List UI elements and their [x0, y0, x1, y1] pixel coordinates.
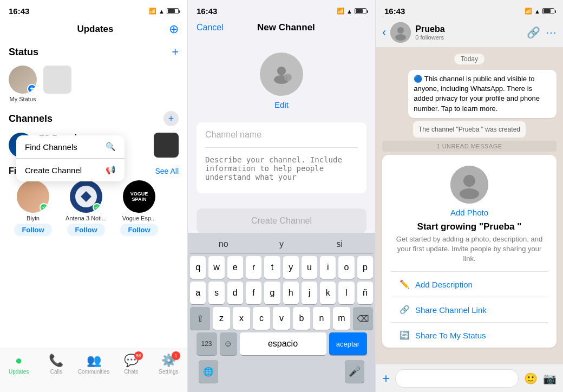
- key-globe[interactable]: 🌐: [199, 360, 218, 383]
- new-channel-title: New Channel: [257, 22, 315, 33]
- biyin-follow-button[interactable]: Follow: [14, 224, 51, 236]
- suggestion-si[interactable]: si: [311, 239, 369, 249]
- add-channel-button[interactable]: +: [163, 111, 179, 126]
- key-k[interactable]: k: [320, 282, 336, 304]
- channel-form: [197, 122, 366, 193]
- suggestion-no[interactable]: no: [194, 239, 252, 249]
- key-f[interactable]: f: [246, 282, 261, 304]
- prueba-channel-avatar: [390, 22, 411, 43]
- followers-count: 0 followers: [415, 34, 522, 41]
- wifi-icon: ▲: [159, 8, 165, 15]
- share-to-status-button[interactable]: 🔄 Share To My Status: [391, 322, 548, 348]
- svg-point-6: [397, 27, 404, 34]
- time-3: 16:43: [384, 6, 405, 16]
- add-status-button[interactable]: +: [172, 45, 179, 59]
- key-z[interactable]: z: [213, 307, 230, 330]
- key-c[interactable]: c: [253, 307, 270, 330]
- channels-label: Channels: [9, 113, 53, 125]
- key-y[interactable]: y: [283, 256, 299, 279]
- biyin-name: Biyin: [27, 215, 40, 221]
- key-u[interactable]: u: [302, 256, 317, 279]
- verified-badge: ✓: [40, 203, 48, 212]
- svg-point-9: [463, 175, 475, 187]
- key-backspace[interactable]: ⌫: [353, 307, 373, 330]
- battery-icon-3: [542, 8, 554, 14]
- key-x[interactable]: x: [233, 307, 250, 330]
- svg-point-7: [395, 34, 406, 41]
- nav-settings[interactable]: ⚙️ 1 Settings: [150, 354, 187, 375]
- edit-channel-icon-link[interactable]: Edit: [274, 100, 289, 109]
- nav-communities-label: Communities: [78, 369, 109, 375]
- key-h[interactable]: h: [283, 282, 299, 304]
- chat-area: Today 🔵 This channel is public and visib…: [376, 47, 563, 364]
- key-j[interactable]: j: [302, 282, 317, 304]
- create-channel-menu-item[interactable]: Create Channel 📢: [16, 159, 125, 181]
- key-ñ[interactable]: ñ: [357, 282, 373, 304]
- share-channel-link-button[interactable]: 🔗 Share Channel Link: [391, 297, 548, 322]
- channel-more-button[interactable]: ⋯: [546, 26, 557, 39]
- find-card-vogue: VOGUE SPAIN Vogue Esp... Follow: [115, 180, 163, 236]
- antena-follow-button[interactable]: Follow: [67, 224, 104, 236]
- attach-button[interactable]: +: [382, 371, 390, 386]
- channel-created-message: The channel "Prueba " was created: [413, 121, 526, 138]
- sticker-button[interactable]: 🙂: [524, 372, 538, 385]
- camera-button[interactable]: 📷: [543, 372, 557, 385]
- updates-nav-icon: ●: [15, 354, 22, 368]
- key-d[interactable]: d: [227, 282, 243, 304]
- suggestion-y[interactable]: y: [252, 239, 310, 249]
- find-channels-menu-item[interactable]: Find Channels 🔍: [16, 135, 125, 159]
- key-r[interactable]: r: [246, 256, 261, 279]
- channel-description-input[interactable]: [197, 148, 366, 191]
- status-label: Status: [9, 47, 38, 58]
- more-options-button[interactable]: ⊕: [169, 22, 179, 36]
- add-description-button[interactable]: ✏️ Add Description: [391, 271, 548, 297]
- settings-badge-count: 1: [172, 351, 180, 360]
- key-s[interactable]: s: [208, 282, 224, 304]
- key-w[interactable]: w: [208, 256, 224, 279]
- key-m[interactable]: m: [333, 307, 350, 330]
- see-all-button[interactable]: See All: [155, 167, 179, 175]
- key-shift[interactable]: ⇧: [190, 307, 210, 330]
- nav-updates[interactable]: ● Updates: [0, 354, 37, 375]
- nav-chats[interactable]: 💬 86 Chats: [113, 354, 150, 375]
- key-t[interactable]: t: [264, 256, 280, 279]
- key-a[interactable]: a: [190, 282, 206, 304]
- nav-updates-label: Updates: [9, 369, 29, 375]
- status-icons-3: 📶 ▲: [525, 8, 554, 15]
- key-b[interactable]: b: [293, 307, 310, 330]
- channel-name-input[interactable]: [197, 122, 366, 147]
- cancel-button[interactable]: Cancel: [197, 23, 224, 32]
- key-p[interactable]: p: [357, 256, 373, 279]
- key-mic[interactable]: 🎤: [345, 360, 364, 383]
- key-l[interactable]: l: [338, 282, 354, 304]
- key-emoji[interactable]: ☺: [220, 332, 237, 355]
- back-button[interactable]: ‹: [382, 25, 386, 40]
- key-n[interactable]: n: [313, 307, 330, 330]
- find-card-biyin: ✓ Biyin Follow: [9, 180, 57, 236]
- key-v[interactable]: v: [273, 307, 290, 330]
- channel-icon-circle[interactable]: ): [260, 53, 303, 96]
- add-photo-link[interactable]: Add Photo: [450, 208, 488, 217]
- key-numbers[interactable]: 123: [197, 332, 217, 355]
- signal-icon: 📶: [149, 8, 156, 15]
- key-space[interactable]: espacio: [240, 332, 326, 355]
- key-q[interactable]: q: [190, 256, 206, 279]
- status-bar-3: 16:43 📶 ▲: [376, 0, 563, 18]
- nav-communities[interactable]: 👥 Communities: [75, 354, 112, 375]
- nav-calls[interactable]: 📞 Calls: [37, 354, 75, 375]
- message-input[interactable]: [395, 369, 519, 388]
- my-status-item[interactable]: + My Status: [9, 66, 37, 102]
- vogue-follow-button[interactable]: Follow: [120, 224, 158, 236]
- my-status-avatar: +: [9, 66, 37, 94]
- create-channel-button[interactable]: Create Channel: [197, 208, 366, 233]
- keyboard-row-2: a s d f g h j k l ñ: [190, 282, 373, 304]
- wifi-icon-3: ▲: [534, 8, 540, 15]
- key-i[interactable]: i: [320, 256, 336, 279]
- key-e[interactable]: e: [227, 256, 243, 279]
- channel-card-icon: [450, 166, 488, 204]
- link-icon: 🔗: [400, 305, 410, 315]
- channel-link-button[interactable]: 🔗: [527, 26, 540, 39]
- key-accept[interactable]: aceptar: [329, 332, 367, 355]
- key-g[interactable]: g: [264, 282, 280, 304]
- key-o[interactable]: o: [338, 256, 354, 279]
